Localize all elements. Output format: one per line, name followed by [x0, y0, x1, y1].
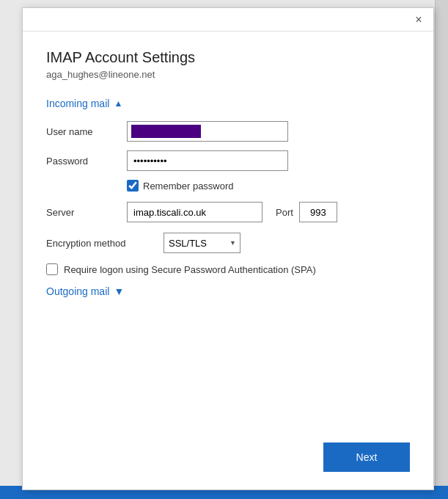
- close-button[interactable]: ×: [410, 11, 427, 29]
- dialog-content: IMAP Account Settings aga_hughes@lineone…: [23, 32, 433, 489]
- username-input[interactable]: [127, 121, 288, 142]
- password-input[interactable]: [127, 150, 288, 171]
- spa-row: Require logon using Secure Password Auth…: [46, 263, 410, 275]
- server-label: Server: [46, 207, 127, 218]
- next-button[interactable]: Next: [323, 442, 410, 472]
- dialog-title: IMAP Account Settings: [46, 49, 410, 66]
- title-bar: ×: [23, 8, 433, 32]
- port-input[interactable]: [299, 202, 337, 222]
- button-row: Next: [323, 442, 410, 472]
- remember-password-checkbox[interactable]: [127, 180, 139, 192]
- server-port-row: Server Port: [46, 202, 410, 222]
- password-label: Password: [46, 156, 127, 167]
- remember-password-label: Remember password: [143, 181, 234, 192]
- incoming-mail-section-header[interactable]: Incoming mail ▲: [46, 98, 410, 109]
- password-row: Password: [46, 150, 410, 171]
- spa-checkbox[interactable]: [46, 263, 58, 275]
- server-input[interactable]: [127, 202, 262, 222]
- encryption-row: Encryption method SSL/TLS TLS Auto None: [46, 233, 410, 253]
- dialog-subtitle: aga_hughes@lineone.net: [46, 69, 410, 80]
- outgoing-mail-chevron: ▼: [114, 285, 124, 297]
- incoming-mail-label: Incoming mail: [46, 98, 109, 109]
- username-row: User name: [46, 121, 410, 142]
- spa-label: Require logon using Secure Password Auth…: [64, 264, 316, 275]
- username-label: User name: [46, 126, 127, 137]
- encryption-label: Encryption method: [46, 238, 164, 249]
- outgoing-mail-section-header[interactable]: Outgoing mail ▼: [46, 285, 410, 297]
- remember-password-row: Remember password: [127, 180, 410, 192]
- dialog-window: × IMAP Account Settings aga_hughes@lineo…: [22, 7, 434, 490]
- encryption-select[interactable]: SSL/TLS TLS Auto None: [164, 233, 240, 253]
- encryption-select-wrapper: SSL/TLS TLS Auto None: [164, 233, 240, 253]
- port-label: Port: [276, 207, 293, 218]
- username-input-wrapper: [127, 121, 288, 142]
- outgoing-mail-label: Outgoing mail: [46, 285, 109, 297]
- background-strip-right: [435, 0, 448, 499]
- incoming-mail-chevron: ▲: [114, 98, 122, 109]
